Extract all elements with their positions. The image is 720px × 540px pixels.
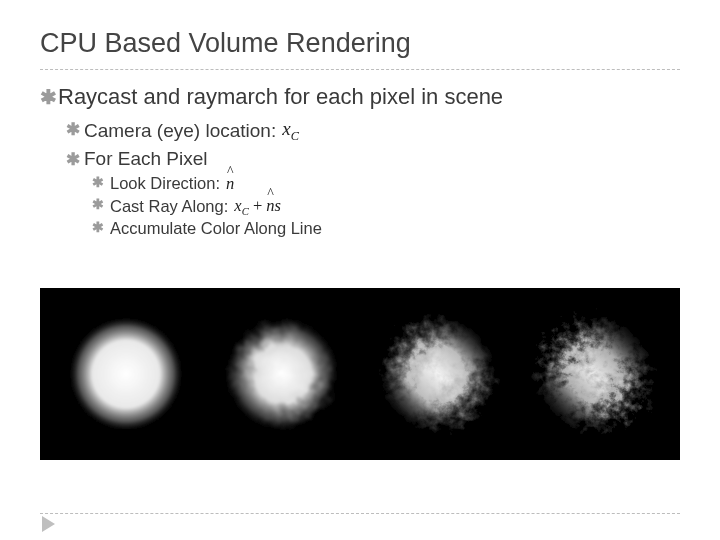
math-xC-x: x: [282, 118, 290, 139]
bullet-l3-3-text: Accumulate Color Along Line: [110, 219, 322, 238]
bullet-l1-1: ✱ Raycast and raymarch for each pixel in…: [40, 84, 680, 110]
rendered-clouds-figure: [40, 288, 680, 460]
bullet-l3-3: ✱ Accumulate Color Along Line: [92, 219, 680, 238]
bullet-list-level2: ✱ Camera (eye) location: xC ✱ For Each P…: [66, 118, 680, 238]
bullet-list-level3: ✱ Look Direction: n ✱ Cast Ray Along: xC…: [92, 174, 680, 238]
bullet-l3-1: ✱ Look Direction: n: [92, 174, 680, 194]
bullet-l2-1-label: Camera (eye) location:: [84, 120, 276, 142]
bullet-l1-1-text: Raycast and raymarch for each pixel in s…: [58, 84, 503, 110]
bullet-list-level1: ✱ Raycast and raymarch for each pixel in…: [40, 84, 680, 238]
cloud-2-svg: [212, 304, 352, 444]
bullet-l2-2: ✱ For Each Pixel: [66, 148, 680, 170]
slide-title: CPU Based Volume Rendering: [40, 28, 680, 65]
bullet-l3-2: ✱ Cast Ray Along: xC + ns: [92, 196, 680, 217]
play-icon: [42, 516, 55, 532]
math-ray-nhat: n: [266, 196, 274, 216]
math-ray-x-sub: C: [242, 205, 249, 217]
bullet-l2-1-text: Camera (eye) location: xC: [84, 118, 299, 144]
cloud-3: [368, 304, 508, 444]
cloud-3-svg: [368, 304, 508, 444]
math-xC-sub: C: [291, 129, 299, 143]
math-nhat: n: [226, 174, 234, 194]
bullet-marker-icon: ✱: [92, 198, 110, 212]
bullet-l3-1-label: Look Direction:: [110, 174, 220, 193]
svg-point-2: [382, 318, 494, 430]
math-xC: xC: [282, 118, 299, 144]
cloud-4: [524, 304, 664, 444]
cloud-4-svg: [524, 304, 664, 444]
bullet-marker-icon: ✱: [92, 176, 110, 190]
math-ray-s: s: [275, 196, 281, 215]
bullet-marker-icon: ✱: [40, 87, 58, 107]
title-divider: [40, 69, 680, 70]
bullet-l3-1-text: Look Direction: n: [110, 174, 234, 194]
math-ray-plus: +: [249, 196, 267, 215]
footer-divider: [40, 513, 680, 514]
bullet-marker-icon: ✱: [66, 151, 84, 168]
bullet-l2-2-text: For Each Pixel: [84, 148, 208, 170]
math-nhat-n: n: [226, 174, 234, 194]
bullet-l2-1: ✱ Camera (eye) location: xC: [66, 118, 680, 144]
cloud-2: [212, 304, 352, 444]
svg-point-3: [538, 318, 650, 430]
cloud-1: [56, 304, 196, 444]
math-ray: xC + ns: [234, 196, 281, 217]
bullet-l3-2-text: Cast Ray Along: xC + ns: [110, 196, 281, 217]
slide: CPU Based Volume Rendering ✱ Raycast and…: [0, 0, 720, 540]
svg-point-1: [226, 318, 338, 430]
math-ray-x: x: [234, 196, 241, 215]
bullet-marker-icon: ✱: [66, 121, 84, 138]
bullet-l3-2-label: Cast Ray Along:: [110, 197, 228, 216]
bullet-marker-icon: ✱: [92, 221, 110, 235]
svg-point-0: [68, 316, 184, 432]
cloud-1-svg: [56, 304, 196, 444]
